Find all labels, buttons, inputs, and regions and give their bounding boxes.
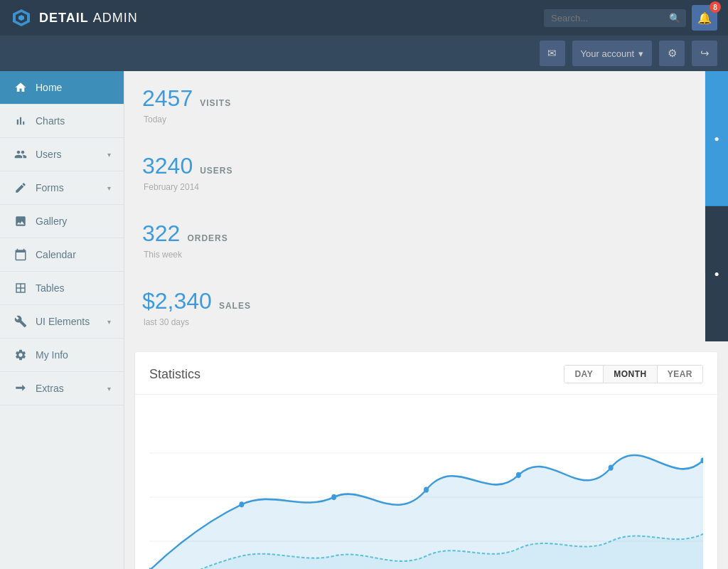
panel-button-1[interactable]: ● bbox=[705, 71, 728, 206]
svg-point-9 bbox=[331, 494, 336, 500]
sidebar-item-gallery[interactable]: Gallery bbox=[0, 205, 124, 238]
share-button[interactable]: ↪ bbox=[692, 41, 717, 66]
sidebar-label-charts: Charts bbox=[36, 115, 111, 127]
users-icon bbox=[13, 148, 28, 161]
brand-admin: ADMIN bbox=[93, 11, 138, 25]
stat-number: 322 bbox=[142, 220, 180, 247]
sidebar-item-forms[interactable]: Forms▾ bbox=[0, 171, 124, 205]
extras-icon bbox=[13, 382, 28, 395]
sidebar-item-users[interactable]: Users▾ bbox=[0, 138, 124, 171]
chevron-down-icon: ▾ bbox=[107, 151, 111, 159]
stat-card-sales: $2,340 SALES last 30 days bbox=[124, 274, 705, 341]
brand: DETAIL ADMIN bbox=[11, 7, 138, 28]
ui-elements-icon bbox=[13, 315, 28, 328]
brand-name: DETAIL ADMIN bbox=[39, 11, 138, 26]
stat-card-visits: 2457 VISITS Today bbox=[124, 71, 705, 139]
sidebar-item-ui-elements[interactable]: UI Elements▾ bbox=[0, 305, 124, 339]
home-icon bbox=[13, 81, 28, 94]
search-wrapper: 🔍 bbox=[544, 9, 686, 27]
chevron-down-icon: ▾ bbox=[107, 184, 111, 192]
settings-button[interactable]: ⚙ bbox=[659, 41, 685, 66]
sidebar-label-home: Home bbox=[36, 82, 111, 93]
time-tab-day[interactable]: DAY bbox=[564, 366, 604, 383]
sidebar-item-tables[interactable]: Tables bbox=[0, 272, 124, 305]
stat-number: $2,340 bbox=[142, 288, 212, 314]
tables-icon bbox=[13, 282, 28, 294]
mail-button[interactable]: ✉ bbox=[540, 41, 565, 66]
sidebar-label-extras: Extras bbox=[36, 383, 107, 394]
stat-card-users: 3240 USERS February 2014 bbox=[124, 139, 705, 206]
bell-icon: 🔔 bbox=[697, 11, 712, 25]
stat-sub: last 30 days bbox=[142, 317, 687, 327]
sidebar-label-tables: Tables bbox=[36, 282, 111, 294]
account-label: Your account bbox=[581, 48, 634, 59]
svg-point-12 bbox=[609, 465, 614, 471]
stat-label: VISITS bbox=[200, 98, 231, 108]
time-tab-year[interactable]: YEAR bbox=[658, 366, 702, 383]
stat-card-orders: 322 ORDERS This week bbox=[124, 206, 705, 274]
time-tabs: DAYMONTHYEAR bbox=[564, 365, 703, 383]
sidebar-item-my-info[interactable]: My Info bbox=[0, 339, 124, 372]
sidebar-label-my-info: My Info bbox=[36, 349, 111, 361]
gallery-icon bbox=[13, 215, 28, 228]
account-button[interactable]: Your account ▾ bbox=[572, 41, 652, 66]
sidebar-item-extras[interactable]: Extras▾ bbox=[0, 372, 124, 405]
sub-header: ✉ Your account ▾ ⚙ ↪ bbox=[0, 36, 728, 71]
statistics-section: Statistics DAYMONTHYEAR bbox=[135, 352, 717, 569]
chevron-down-icon: ▾ bbox=[107, 318, 111, 326]
search-input[interactable] bbox=[544, 9, 686, 27]
stat-label: USERS bbox=[200, 166, 232, 176]
stat-label: ORDERS bbox=[187, 233, 228, 243]
stat-sub: February 2014 bbox=[142, 182, 687, 192]
panel-button-2[interactable]: ● bbox=[705, 206, 728, 341]
svg-point-11 bbox=[516, 472, 521, 478]
statistics-chart bbox=[149, 409, 703, 569]
chevron-down-icon: ▾ bbox=[107, 385, 111, 393]
forms-icon bbox=[13, 181, 28, 194]
sidebar-label-gallery: Gallery bbox=[36, 216, 111, 227]
sidebar: HomeChartsUsers▾Forms▾GalleryCalendarTab… bbox=[0, 71, 124, 569]
stat-number: 3240 bbox=[142, 153, 193, 179]
sidebar-label-forms: Forms bbox=[36, 182, 107, 193]
statistics-header: Statistics DAYMONTHYEAR bbox=[135, 352, 717, 395]
sidebar-item-charts[interactable]: Charts bbox=[0, 105, 124, 138]
stats-bar: 2457 VISITS Today 3240 USERS February 20… bbox=[124, 71, 705, 341]
stat-sub: Today bbox=[142, 115, 687, 124]
sidebar-item-calendar[interactable]: Calendar bbox=[0, 238, 124, 272]
chevron-down-icon: ▾ bbox=[638, 48, 643, 59]
stats-row-wrapper: 2457 VISITS Today 3240 USERS February 20… bbox=[124, 71, 728, 341]
my-info-icon bbox=[13, 349, 28, 361]
brand-logo bbox=[11, 7, 32, 28]
sidebar-label-calendar: Calendar bbox=[36, 249, 111, 260]
stat-number: 2457 bbox=[142, 85, 193, 112]
brand-detail: DETAIL bbox=[39, 11, 89, 25]
main-layout: HomeChartsUsers▾Forms▾GalleryCalendarTab… bbox=[0, 71, 728, 569]
content-area: 2457 VISITS Today 3240 USERS February 20… bbox=[124, 71, 728, 569]
search-icon[interactable]: 🔍 bbox=[669, 13, 680, 23]
right-panel-buttons: ● ● bbox=[705, 71, 728, 341]
stat-label: SALES bbox=[219, 301, 251, 311]
calendar-icon bbox=[13, 248, 28, 261]
stat-sub: This week bbox=[142, 250, 687, 260]
svg-point-10 bbox=[424, 487, 429, 493]
statistics-title: Statistics bbox=[149, 367, 200, 382]
sidebar-label-ui-elements: UI Elements bbox=[36, 316, 107, 327]
svg-point-8 bbox=[239, 501, 244, 507]
sidebar-label-users: Users bbox=[36, 149, 107, 160]
notification-count: 8 bbox=[710, 1, 721, 13]
chart-area bbox=[135, 395, 717, 569]
main-header: DETAIL ADMIN 🔍 🔔 8 bbox=[0, 0, 728, 36]
sidebar-item-home[interactable]: Home bbox=[0, 71, 124, 105]
notification-button[interactable]: 🔔 8 bbox=[692, 5, 717, 31]
header-right: 🔍 🔔 8 bbox=[544, 5, 717, 31]
time-tab-month[interactable]: MONTH bbox=[604, 366, 658, 383]
charts-icon bbox=[13, 115, 28, 127]
